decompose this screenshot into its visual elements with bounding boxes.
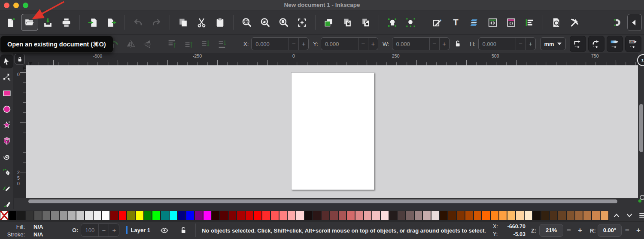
color-swatch[interactable] (600, 211, 609, 221)
lock-width-height-button[interactable] (451, 37, 464, 50)
color-swatch[interactable] (372, 211, 380, 221)
color-swatch[interactable] (25, 211, 34, 221)
color-swatch[interactable] (270, 211, 279, 221)
color-swatch[interactable] (51, 211, 59, 221)
color-swatch[interactable] (144, 211, 152, 221)
zoom-to-selection-button[interactable] (238, 14, 255, 31)
move-patterns-button[interactable] (625, 36, 641, 52)
color-swatch[interactable] (532, 211, 541, 221)
color-swatch[interactable] (304, 211, 313, 221)
import-bitmap-button[interactable] (85, 14, 102, 31)
color-swatch[interactable] (59, 211, 68, 221)
open-document-button[interactable] (21, 14, 38, 31)
zoom-to-drawing-button[interactable] (257, 14, 274, 31)
color-swatch[interactable] (135, 211, 144, 221)
color-swatch[interactable] (346, 211, 355, 221)
color-swatch[interactable] (177, 211, 186, 221)
vertical-scrollbar-thumb[interactable] (639, 104, 643, 152)
color-swatch[interactable] (296, 211, 304, 221)
fill-stroke-dialog-button[interactable] (429, 14, 446, 31)
y-field[interactable]: 0.000−+ (321, 37, 378, 50)
color-swatch[interactable] (194, 211, 203, 221)
rotation-increase-button[interactable]: + (633, 226, 644, 235)
color-swatch[interactable] (203, 211, 212, 221)
zoom-drawing-area-button[interactable] (294, 14, 311, 31)
star-tool-button[interactable] (1, 119, 13, 132)
h-field[interactable]: 0.000−+ (478, 37, 536, 50)
color-swatch[interactable] (465, 211, 474, 221)
zoom-to-page-button[interactable] (275, 14, 292, 31)
color-swatch[interactable] (228, 211, 237, 221)
horizontal-ruler[interactable]: -500-2500250500750 (26, 53, 638, 65)
scale-rounded-corners-button[interactable] (588, 36, 605, 52)
h-field-increase-button[interactable]: + (526, 38, 535, 50)
color-swatch[interactable] (499, 211, 507, 221)
box3d-tool-button[interactable] (1, 135, 13, 147)
color-swatch[interactable] (338, 211, 347, 221)
color-swatch[interactable] (558, 211, 566, 221)
layer-selector[interactable]: Layer 1 (131, 227, 151, 233)
color-swatch[interactable] (541, 211, 550, 221)
color-swatch[interactable] (490, 211, 499, 221)
scale-stroke-width-button[interactable] (570, 36, 586, 52)
flip-horizontal-button[interactable] (123, 37, 139, 51)
collapse-snap-toolbar-button[interactable] (627, 14, 642, 31)
lower-to-bottom-button[interactable] (215, 37, 231, 51)
color-swatch[interactable] (186, 211, 194, 221)
color-swatch[interactable] (406, 211, 414, 221)
find-replace-button[interactable] (548, 14, 565, 31)
y-field-decrease-button[interactable]: − (358, 38, 368, 50)
create-clone-button[interactable] (339, 14, 356, 31)
color-swatch[interactable] (524, 211, 533, 221)
color-swatch[interactable] (575, 211, 583, 221)
color-swatch[interactable] (321, 211, 330, 221)
snap-controls-button[interactable] (609, 14, 626, 31)
y-field-increase-button[interactable]: + (368, 38, 378, 50)
paste-button[interactable] (212, 14, 229, 31)
color-swatch[interactable] (211, 211, 220, 221)
save-document-button[interactable] (39, 14, 57, 31)
duplicate-button[interactable] (320, 14, 337, 31)
color-swatch[interactable] (592, 211, 600, 221)
color-swatch[interactable] (287, 211, 296, 221)
pen-tool-button[interactable] (1, 166, 13, 179)
group-objects-button[interactable] (384, 14, 401, 31)
vertical-ruler[interactable]: 0250 (14, 65, 26, 198)
h-field-decrease-button[interactable]: − (516, 38, 526, 50)
color-swatch[interactable] (42, 211, 51, 221)
palette-menu-button[interactable] (637, 210, 644, 221)
color-swatch[interactable] (245, 211, 254, 221)
color-swatch[interactable] (85, 211, 93, 221)
color-swatch[interactable] (456, 211, 465, 221)
unlink-clone-button[interactable] (357, 14, 374, 31)
x-field[interactable]: 0.000−+ (251, 37, 309, 50)
color-swatch[interactable] (161, 211, 169, 221)
color-swatch[interactable] (313, 211, 321, 221)
color-swatch[interactable] (0, 211, 9, 221)
lower-button[interactable] (198, 37, 214, 51)
color-swatch[interactable] (169, 211, 178, 221)
zoom-in-button[interactable]: + (574, 226, 586, 235)
flip-vertical-button[interactable] (140, 37, 155, 51)
text-dialog-button[interactable]: T (447, 14, 465, 31)
color-swatch[interactable] (431, 211, 440, 221)
color-swatch[interactable] (389, 211, 398, 221)
color-swatch[interactable] (566, 211, 575, 221)
color-swatch[interactable] (516, 211, 524, 221)
document-properties-button[interactable] (503, 14, 520, 31)
new-document-button[interactable] (3, 14, 20, 31)
w-field[interactable]: 0.000−+ (392, 37, 450, 50)
horizontal-scrollbar-thumb[interactable] (28, 199, 617, 203)
zoom-value[interactable]: 21% (539, 224, 563, 237)
selector-tool-button[interactable] (1, 55, 13, 68)
color-swatch[interactable] (254, 211, 262, 221)
copy-button[interactable] (175, 14, 192, 31)
cut-button[interactable] (193, 14, 210, 31)
lock-guides-button[interactable] (15, 54, 25, 64)
fill-stroke-indicator[interactable]: Fill: N/A Stroke: N/A (0, 223, 43, 238)
layer-lock-icon[interactable] (179, 226, 188, 235)
xml-editor-button[interactable] (484, 14, 501, 31)
redo-button[interactable] (148, 14, 165, 31)
color-swatch[interactable] (550, 211, 558, 221)
color-swatch[interactable] (9, 211, 17, 221)
